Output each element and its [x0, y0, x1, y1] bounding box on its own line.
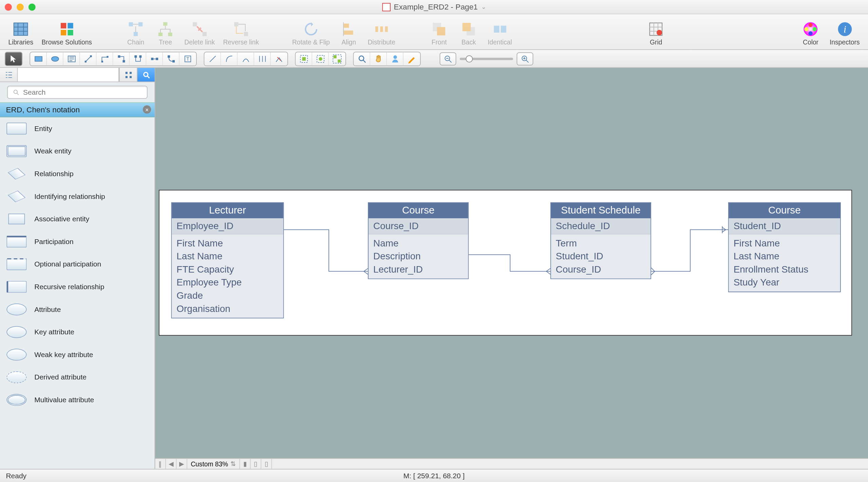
chain-button[interactable]: Chain — [121, 14, 150, 49]
connector-tool-3[interactable] — [113, 52, 130, 65]
connector-tool-1[interactable] — [80, 52, 97, 65]
back-button[interactable]: Back — [454, 14, 483, 49]
pencil-tool[interactable] — [403, 52, 420, 65]
tree-button[interactable]: Tree — [151, 14, 180, 49]
library-item-label: Key attribute — [34, 328, 74, 336]
svg-point-64 — [359, 56, 363, 60]
text-tool[interactable] — [63, 52, 80, 65]
svg-rect-48 — [122, 60, 125, 62]
distribute-button[interactable]: Distribute — [364, 14, 399, 49]
entity-key: Student_ID — [729, 218, 840, 234]
inspectors-button[interactable]: i Inspectors — [826, 14, 863, 49]
library-item[interactable]: Identifying relationship — [0, 185, 155, 208]
person-tool[interactable] — [387, 52, 403, 65]
svg-rect-53 — [167, 55, 170, 57]
entity-attribute: Study Year — [734, 276, 835, 289]
rectangle-tool[interactable] — [30, 52, 47, 65]
document-icon — [382, 3, 390, 11]
hand-tool[interactable] — [370, 52, 387, 65]
svg-point-72 — [144, 72, 148, 76]
rotate-flip-button[interactable]: Rotate & Flip — [288, 14, 333, 49]
library-item[interactable]: Derived attribute — [0, 366, 155, 389]
library-item-label: Participation — [34, 237, 73, 246]
library-item[interactable]: Weak entity — [0, 140, 155, 163]
canvas[interactable]: LecturerEmployee_IDFirst NameLast NameFT… — [155, 68, 868, 458]
erd-entity[interactable]: CourseCourse_IDNameDescriptionLecturer_I… — [368, 202, 469, 279]
diagram-page[interactable]: LecturerEmployee_IDFirst NameLast NameFT… — [159, 190, 852, 336]
library-item[interactable]: Key attribute — [0, 321, 155, 344]
group-tool-3[interactable] — [329, 52, 345, 65]
library-header[interactable]: ERD, Chen's notation × — [0, 103, 155, 117]
shape-preview-icon — [5, 165, 29, 183]
library-item[interactable]: Recursive relationship — [0, 276, 155, 298]
page-prev-button[interactable]: ◀ — [166, 459, 176, 469]
line-tool-2[interactable] — [221, 52, 238, 65]
zoom-out-button[interactable] — [440, 52, 456, 65]
filter-field[interactable] — [18, 68, 119, 81]
library-item[interactable]: Multivalue attribute — [0, 389, 155, 411]
ellipse-tool[interactable] — [47, 52, 63, 65]
group-tool-2[interactable] — [312, 52, 329, 65]
pointer-tool[interactable] — [5, 52, 22, 65]
line-tool-1[interactable] — [204, 52, 221, 65]
zoom-select[interactable]: Custom 83%⇅ — [187, 459, 240, 469]
close-window-button[interactable] — [5, 3, 12, 11]
library-item[interactable]: Entity — [0, 117, 155, 140]
library-item-label: Attribute — [34, 305, 61, 314]
zoom-window-button[interactable] — [29, 3, 36, 11]
library-item-label: Multivalue attribute — [34, 396, 94, 404]
erd-entity[interactable]: Student ScheduleSchedule_IDTermStudent_I… — [550, 202, 651, 279]
zoom-tool[interactable] — [354, 52, 370, 65]
svg-rect-12 — [163, 22, 167, 25]
entity-key: Course_ID — [369, 218, 468, 234]
front-button[interactable]: Front — [425, 14, 453, 49]
chevron-down-icon[interactable]: ⌄ — [481, 4, 486, 10]
svg-rect-62 — [338, 59, 341, 62]
outline-toggle[interactable] — [0, 68, 18, 81]
zoom-in-button[interactable] — [517, 52, 533, 65]
delete-link-button[interactable]: Delete link — [181, 14, 219, 49]
view-mode-1[interactable]: ▮ — [240, 459, 250, 469]
connector-tool-2[interactable] — [97, 52, 113, 65]
line-tool-5[interactable] — [271, 52, 287, 65]
view-mode-2[interactable]: ▯ — [251, 459, 261, 469]
connector-tool-4[interactable] — [130, 52, 146, 65]
library-item-label: Entity — [34, 124, 52, 133]
color-button[interactable]: Color — [796, 14, 825, 49]
zoom-slider[interactable] — [460, 57, 513, 60]
connector-tool-6[interactable] — [163, 52, 180, 65]
library-item-label: Recursive relationship — [34, 283, 104, 291]
window-title: Example_ERD2 - Page1 — [394, 2, 478, 11]
shape-preview-icon — [5, 278, 29, 296]
svg-point-60 — [319, 57, 322, 60]
line-tool-4[interactable] — [254, 52, 271, 65]
line-tool-3[interactable] — [238, 52, 254, 65]
library-item[interactable]: Associative entity — [0, 208, 155, 230]
minimize-window-button[interactable] — [17, 3, 24, 11]
page-navigation-bar: ‖ ◀ ▶ Custom 83%⇅ ▮ ▯ ▯ — [155, 458, 868, 469]
library-item[interactable]: Attribute — [0, 298, 155, 321]
entity-attribute: Description — [373, 250, 463, 263]
libraries-button[interactable]: Libraries — [5, 14, 37, 49]
close-library-icon[interactable]: × — [143, 105, 151, 114]
library-item[interactable]: Relationship — [0, 163, 155, 185]
identical-button[interactable]: Identical — [484, 14, 516, 49]
align-button[interactable]: Align — [335, 14, 363, 49]
view-mode-3[interactable]: ▯ — [261, 459, 272, 469]
library-item[interactable]: Participation — [0, 230, 155, 253]
page-next-button[interactable]: ▶ — [176, 459, 187, 469]
connector-tool-5[interactable] — [146, 52, 163, 65]
library-item[interactable]: Weak key attribute — [0, 344, 155, 366]
grid-view-button[interactable] — [119, 68, 137, 81]
erd-entity[interactable]: LecturerEmployee_IDFirst NameLast NameFT… — [171, 202, 284, 318]
erd-entity[interactable]: CourseStudent_IDFirst NameLast NameEnrol… — [728, 202, 841, 292]
page-pause-icon[interactable]: ‖ — [155, 459, 166, 469]
reverse-link-button[interactable]: Reverse link — [220, 14, 263, 49]
group-tool-1[interactable] — [296, 52, 312, 65]
connector-tool-7[interactable]: T — [180, 52, 196, 65]
grid-button[interactable]: Grid — [642, 14, 670, 49]
search-view-button[interactable] — [137, 68, 154, 81]
library-item[interactable]: Optional participation — [0, 253, 155, 276]
browse-solutions-button[interactable]: Browse Solutions — [38, 14, 95, 49]
search-input[interactable] — [7, 86, 148, 99]
